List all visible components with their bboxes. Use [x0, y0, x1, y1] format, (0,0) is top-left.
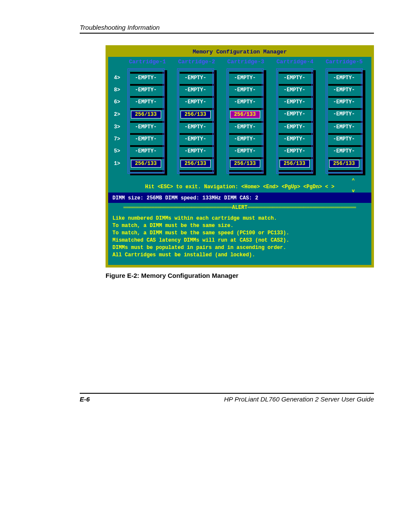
dimm-slot-empty[interactable]: -EMPTY- — [131, 87, 161, 93]
dimm-slot-empty[interactable]: -EMPTY- — [329, 136, 359, 143]
dimm-slot-empty[interactable]: -EMPTY- — [181, 87, 211, 93]
dimm-slot-empty[interactable]: -EMPTY- — [329, 99, 359, 106]
page-header: Troubleshooting Information — [80, 24, 374, 34]
dimm-slot-empty[interactable]: -EMPTY- — [280, 148, 310, 155]
alert-line: All Cartridges must be installed (and lo… — [112, 252, 367, 259]
cartridge-frame — [177, 170, 214, 174]
dimm-slot-empty[interactable]: -EMPTY- — [230, 136, 260, 143]
dimm-slot-empty[interactable]: -EMPTY- — [329, 148, 359, 155]
dimm-slot-filled[interactable]: 256/133 — [230, 111, 260, 118]
alert-line: DIMMs must be populated in pairs and in … — [112, 244, 367, 252]
dimm-slot-empty[interactable]: -EMPTY- — [280, 99, 310, 106]
dimm-slot-filled[interactable]: 256/133 — [131, 160, 161, 168]
row-label: 5> — [111, 145, 121, 157]
header-title: Troubleshooting Information — [80, 24, 374, 33]
dimm-slot-empty[interactable]: -EMPTY- — [181, 124, 211, 131]
dimm-slot-empty[interactable]: -EMPTY- — [131, 99, 161, 106]
cartridge-header: Cartridge-5 — [320, 59, 369, 65]
cartridge-frame: 256/133 — [227, 108, 264, 121]
dimm-slot-filled[interactable]: 256/133 — [230, 160, 260, 168]
footer-title: HP ProLiant DL760 Generation 2 Server Us… — [224, 395, 374, 403]
dimm-slot-empty[interactable]: -EMPTY- — [230, 148, 260, 155]
dimm-slot-empty[interactable]: -EMPTY- — [131, 124, 161, 131]
row-label: 6> — [111, 96, 121, 108]
dimm-slot-empty[interactable]: -EMPTY- — [131, 75, 161, 81]
cartridge-header: Cartridge-2 — [172, 59, 221, 65]
dimm-slot-empty[interactable]: -EMPTY- — [329, 124, 359, 131]
row-label: 3> — [111, 121, 121, 133]
dimm-grid: 4>-EMPTY--EMPTY--EMPTY--EMPTY--EMPTY-8>-… — [108, 68, 371, 174]
dimm-slot-empty[interactable]: -EMPTY- — [230, 75, 260, 81]
dimm-slot-empty[interactable]: -EMPTY- — [280, 111, 310, 118]
cartridge-frame: -EMPTY- — [326, 108, 363, 121]
cartridge-frame: -EMPTY- — [227, 121, 264, 133]
dimm-slot-filled[interactable]: 256/133 — [329, 160, 359, 168]
cartridge-frame: 256/133 — [177, 108, 214, 121]
cartridge-frame: -EMPTY- — [177, 72, 214, 84]
cartridge-frame: 256/133 — [276, 157, 313, 170]
cartridge-header: Cartridge-4 — [271, 59, 320, 65]
page-footer: E-6 HP ProLiant DL760 Generation 2 Serve… — [80, 393, 374, 403]
cartridge-frame: -EMPTY- — [177, 145, 214, 157]
footer-rule — [80, 393, 374, 394]
row-label: 2> — [111, 108, 121, 121]
dimm-slot-filled[interactable]: 256/133 — [181, 160, 211, 168]
bios-screen: Memory Configuration Manager Cartridge-1… — [106, 45, 374, 268]
alert-line: Mismatched CAS latency DIMMs will run at… — [112, 237, 367, 244]
cartridge-frame — [326, 170, 363, 174]
dimm-slot-empty[interactable]: -EMPTY- — [181, 136, 211, 143]
dimm-slot-empty[interactable]: -EMPTY- — [230, 99, 260, 106]
dimm-slot-empty[interactable]: -EMPTY- — [131, 148, 161, 155]
cartridge-frame: -EMPTY- — [326, 133, 363, 145]
figure-caption: Figure E-2: Memory Configuration Manager — [106, 272, 374, 279]
cartridge-frame: -EMPTY- — [177, 96, 214, 108]
dimm-slot-filled[interactable]: 256/133 — [280, 160, 310, 168]
cartridge-frame: -EMPTY- — [128, 121, 165, 133]
cartridge-frame: -EMPTY- — [227, 72, 264, 84]
cartridge-frame — [177, 68, 214, 72]
cartridge-frame: -EMPTY- — [227, 96, 264, 108]
cartridge-frame: 256/133 — [128, 108, 165, 121]
cartridge-frame: 256/133 — [177, 157, 214, 170]
dimm-slot-empty[interactable]: -EMPTY- — [230, 87, 260, 93]
row-label: 7> — [111, 133, 121, 145]
cartridge-frame: -EMPTY- — [128, 84, 165, 96]
cartridge-frame — [227, 170, 264, 174]
cartridge-frame: -EMPTY- — [276, 121, 313, 133]
cartridge-frame — [227, 68, 264, 72]
cartridge-frame: -EMPTY- — [276, 84, 313, 96]
bios-title: Memory Configuration Manager — [108, 48, 371, 57]
dimm-slot-empty[interactable]: -EMPTY- — [280, 75, 310, 81]
dimm-slot-empty[interactable]: -EMPTY- — [329, 111, 359, 118]
dimm-slot-filled[interactable]: 256/133 — [181, 111, 211, 118]
cartridge-frame: -EMPTY- — [326, 145, 363, 157]
dimm-slot-empty[interactable]: -EMPTY- — [329, 75, 359, 81]
cartridge-frame: -EMPTY- — [276, 145, 313, 157]
alert-line: Like numbered DIMMs within each cartridg… — [112, 215, 367, 222]
dimm-slot-empty[interactable]: -EMPTY- — [181, 148, 211, 155]
dimm-slot-empty[interactable]: -EMPTY- — [230, 124, 260, 131]
cartridge-frame: -EMPTY- — [276, 96, 313, 108]
cartridge-frame — [276, 68, 313, 72]
cartridge-header: Cartridge-1 — [123, 59, 172, 65]
dimm-slot-empty[interactable]: -EMPTY- — [280, 136, 310, 143]
cartridge-frame: -EMPTY- — [128, 72, 165, 84]
figure-container: Memory Configuration Manager Cartridge-1… — [106, 45, 374, 279]
dimm-slot-empty[interactable]: -EMPTY- — [329, 87, 359, 93]
dimm-slot-empty[interactable]: -EMPTY- — [181, 75, 211, 81]
dimm-slot-empty[interactable]: -EMPTY- — [131, 136, 161, 143]
cartridge-frame: -EMPTY- — [326, 84, 363, 96]
cartridge-frame: 256/133 — [326, 157, 363, 170]
cartridge-frame: -EMPTY- — [326, 72, 363, 84]
dimm-slot-empty[interactable]: -EMPTY- — [280, 87, 310, 93]
cartridge-frame: -EMPTY- — [227, 84, 264, 96]
row-label: 4> — [111, 72, 121, 84]
dimm-slot-empty[interactable]: -EMPTY- — [280, 124, 310, 131]
dimm-slot-empty[interactable]: -EMPTY- — [181, 99, 211, 106]
cartridge-header: Cartridge-3 — [221, 59, 270, 65]
cartridge-frame: -EMPTY- — [177, 133, 214, 145]
alert-body: Like numbered DIMMs within each cartridg… — [108, 215, 371, 265]
dimm-slot-filled[interactable]: 256/133 — [131, 111, 161, 118]
header-rule — [80, 33, 374, 34]
cartridge-frame — [128, 68, 165, 72]
